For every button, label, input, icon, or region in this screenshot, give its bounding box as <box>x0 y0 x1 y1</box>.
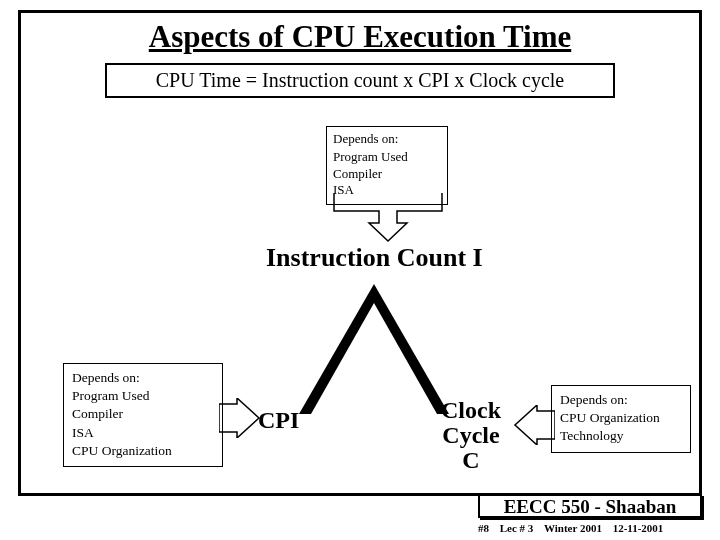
depends-line: ISA <box>72 424 214 442</box>
left-arrow-icon <box>511 405 555 445</box>
depends-line: CPU Organization <box>560 409 682 427</box>
depends-line: Program Used <box>333 149 441 165</box>
footer-meta: #8 Lec # 3 Winter 2001 12-11-2001 <box>478 522 702 534</box>
clock-cycle-label: Clock Cycle C <box>426 398 516 474</box>
slide-frame: Aspects of CPU Execution Time CPU Time =… <box>18 10 702 496</box>
lecture-number: Lec # 3 <box>500 522 534 534</box>
down-bracket-arrow-icon <box>329 193 447 243</box>
depends-box-cpi: Depends on: Program Used Compiler ISA CP… <box>63 363 223 467</box>
depends-line: Compiler <box>333 166 441 182</box>
depends-line: CPU Organization <box>72 442 214 460</box>
formula-box: CPU Time = Instruction count x CPI x Clo… <box>105 63 615 98</box>
instruction-count-label: Instruction Count I <box>266 243 483 273</box>
page-number: #8 <box>478 522 489 534</box>
cpi-label: CPI <box>258 408 299 433</box>
date-label: 12-11-2001 <box>613 522 664 534</box>
page-title: Aspects of CPU Execution Time <box>21 19 699 55</box>
term-label: Winter 2001 <box>544 522 602 534</box>
depends-line: Compiler <box>72 405 214 423</box>
depends-box-clock: Depends on: CPU Organization Technology <box>551 385 691 453</box>
depends-heading: Depends on: <box>560 391 682 409</box>
depends-heading: Depends on: <box>333 131 441 147</box>
right-arrow-icon <box>219 398 263 438</box>
depends-line: Program Used <box>72 387 214 405</box>
footer-course-box: EECC 550 - Shaaban <box>478 494 702 518</box>
depends-heading: Depends on: <box>72 369 214 387</box>
depends-line: Technology <box>560 427 682 445</box>
triangle-inner <box>311 303 437 414</box>
